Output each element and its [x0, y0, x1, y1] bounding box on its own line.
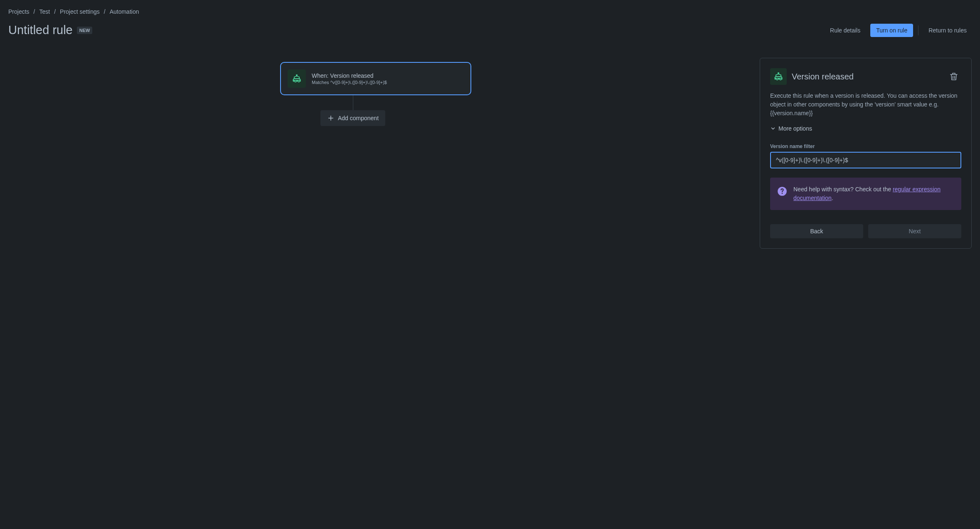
more-options-label: More options [778, 125, 812, 132]
trash-icon [949, 72, 959, 82]
version-name-filter-label: Version name filter [770, 143, 961, 149]
header-actions: Rule details Turn on rule Return to rule… [825, 24, 972, 37]
version-name-filter-input[interactable] [770, 152, 961, 168]
page-title: Untitled rule [8, 23, 73, 37]
breadcrumbs: Projects / Test / Project settings / Aut… [0, 0, 980, 15]
main-content: When: Version released Matches ^v([0-9]+… [0, 37, 980, 257]
breadcrumb-separator: / [34, 8, 35, 15]
add-component-button[interactable]: Add component [320, 110, 385, 126]
help-prefix: Need help with syntax? Check out the [793, 186, 893, 193]
help-suffix: . [832, 195, 833, 201]
flow-connector [353, 95, 353, 110]
flow-area: When: Version released Matches ^v([0-9]+… [8, 58, 743, 249]
help-text: Need help with syntax? Check out the reg… [793, 185, 955, 203]
delete-button[interactable] [946, 69, 961, 84]
return-to-rules-button[interactable]: Return to rules [923, 24, 972, 37]
plus-icon [327, 114, 335, 122]
add-component-label: Add component [338, 115, 379, 121]
config-description: Execute this rule when a version is rele… [770, 91, 961, 118]
ship-icon [770, 68, 787, 85]
ship-icon [288, 69, 306, 88]
trigger-card-text: When: Version released Matches ^v([0-9]+… [312, 72, 464, 85]
help-box: Need help with syntax? Check out the reg… [770, 178, 961, 210]
title-area: Untitled rule NEW [8, 23, 92, 37]
question-icon [777, 186, 788, 197]
trigger-card-title: When: Version released [312, 72, 464, 79]
turn-on-rule-button[interactable]: Turn on rule [870, 24, 913, 37]
breadcrumb-separator: / [104, 8, 106, 15]
config-footer: Back Next [770, 224, 961, 238]
trigger-card-subtitle: Matches ^v([0-9]+)\.([0-9]+)\.([0-9]+)$ [312, 80, 464, 85]
config-panel-header: Version released [770, 68, 961, 85]
divider [918, 25, 918, 35]
back-button[interactable]: Back [770, 224, 863, 238]
breadcrumb-test[interactable]: Test [39, 8, 50, 15]
rule-details-button[interactable]: Rule details [825, 24, 865, 37]
breadcrumb-automation[interactable]: Automation [110, 8, 139, 15]
new-badge: NEW [77, 27, 93, 34]
config-panel-title: Version released [792, 72, 854, 82]
trigger-card[interactable]: When: Version released Matches ^v([0-9]+… [280, 62, 471, 95]
breadcrumb-projects[interactable]: Projects [8, 8, 30, 15]
breadcrumb-separator: / [54, 8, 56, 15]
svg-point-1 [782, 193, 783, 194]
config-panel-title-area: Version released [770, 68, 854, 85]
breadcrumb-project-settings[interactable]: Project settings [60, 8, 100, 15]
next-button[interactable]: Next [868, 224, 961, 238]
header: Untitled rule NEW Rule details Turn on r… [0, 15, 980, 37]
config-panel: Version released Execute this rule when … [760, 58, 972, 249]
chevron-down-icon [770, 126, 776, 131]
more-options-toggle[interactable]: More options [770, 125, 812, 132]
